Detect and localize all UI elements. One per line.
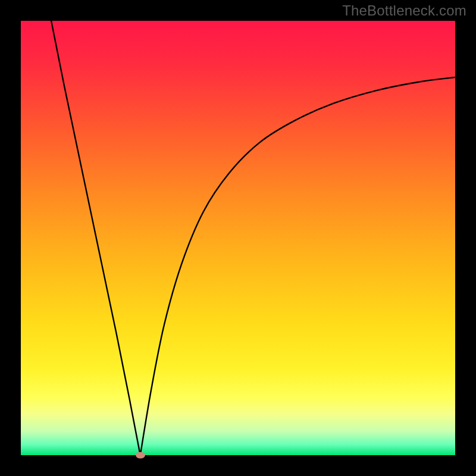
bottleneck-curve [21,21,455,455]
watermark-text: TheBottleneck.com [342,2,466,19]
plot-area [21,21,455,455]
minimum-marker-icon [136,452,145,459]
chart-frame: TheBottleneck.com [0,0,476,476]
